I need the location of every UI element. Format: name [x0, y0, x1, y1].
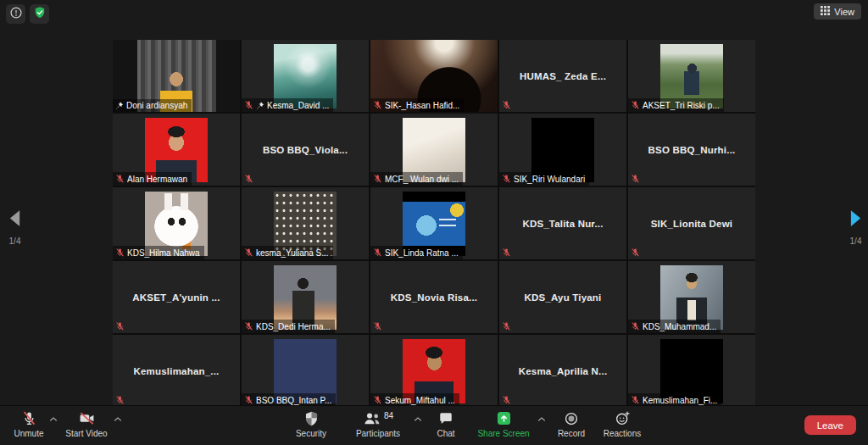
mic-muted-icon [115, 395, 125, 405]
participant-nameplate: SIK-_Hasan Hafid... [370, 98, 464, 112]
participant-nameplate: SIK_Linda Ratna ... [370, 246, 463, 259]
participant-tile[interactable]: KDS_Novia Risa... [370, 261, 498, 333]
participant-tile[interactable]: HUMAS_ Zeda E... [499, 40, 626, 112]
participant-tile[interactable]: KDS_Muhammad... [628, 261, 755, 333]
participant-nameplate [499, 98, 515, 112]
mic-muted-icon [244, 248, 253, 258]
participant-tile[interactable]: Kemuslimahan_Fi... [628, 335, 755, 407]
participant-tile[interactable]: Kesma_David ... [242, 40, 369, 112]
mic-muted-icon [502, 174, 511, 184]
share-screen-button[interactable]: Share Screen [473, 410, 534, 438]
participant-tile[interactable]: SIK_Riri Wulandari [499, 114, 626, 186]
participant-name: SIK_Linda Ratna ... [385, 248, 459, 258]
record-label: Record [558, 429, 585, 438]
participant-tile[interactable]: Sekum_Miftahul ... [370, 335, 498, 407]
record-icon [564, 411, 579, 428]
audio-options-caret[interactable] [49, 416, 58, 422]
previous-page-button[interactable]: 1/4 [8, 209, 21, 246]
participant-tile[interactable]: kesma_Yuliana S... [242, 187, 369, 259]
mic-muted-icon [115, 321, 125, 331]
participant-nameplate [499, 320, 515, 333]
participant-tile[interactable]: Kesma_Aprilia N... [499, 335, 626, 407]
chat-label: Chat [437, 429, 454, 438]
next-page-button[interactable]: 1/4 [849, 209, 862, 246]
participants-count-badge: 84 [384, 411, 393, 420]
meeting-info-button[interactable] [6, 4, 25, 24]
video-off-icon [78, 410, 96, 428]
encryption-button[interactable] [30, 4, 49, 24]
chevron-left-icon [8, 209, 21, 231]
participant-tile[interactable]: Alan Hermawan [113, 114, 240, 186]
start-video-label: Start Video [65, 429, 107, 438]
participant-tile[interactable]: BSO BBQ_Viola... [242, 114, 369, 186]
mic-muted-icon [373, 100, 382, 110]
participant-tile[interactable]: KDS_Dedi Herma... [242, 261, 369, 333]
participant-name-centered: Kemuslimahan_... [116, 335, 236, 407]
reactions-button[interactable]: Reactions [598, 410, 646, 438]
leave-button[interactable]: Leave [804, 415, 856, 435]
participant-name-centered: HUMAS_ Zeda E... [503, 40, 623, 112]
participant-nameplate [370, 320, 387, 333]
chat-bubble-icon [438, 411, 453, 428]
mic-muted-icon [244, 321, 253, 331]
share-options-caret[interactable] [537, 416, 546, 422]
participant-name: MCF_ Wulan dwi ... [385, 175, 459, 184]
participant-tile[interactable]: AKSET_A'yunin ... [113, 261, 240, 333]
participant-nameplate: Doni ardiansyah [113, 99, 192, 112]
mic-muted-icon [115, 174, 125, 184]
participant-name: Doni ardiansyah [126, 101, 187, 110]
chat-button[interactable]: Chat [427, 410, 465, 438]
participant-tile[interactable]: SIK_Linda Ratna ... [370, 187, 498, 259]
participants-button[interactable]: 84 Participants [348, 410, 409, 438]
record-button[interactable]: Record [551, 410, 592, 438]
participant-name-centered: SIK_Lionita Dewi [632, 187, 752, 259]
participant-nameplate [113, 320, 129, 333]
mic-muted-icon [244, 395, 253, 405]
video-options-caret[interactable] [114, 416, 122, 422]
participant-name: KDS_Muhammad... [643, 322, 716, 331]
security-button[interactable]: Security [288, 410, 334, 438]
participants-options-caret[interactable] [414, 416, 422, 422]
participant-name: BSO BBQ_Intan P... [256, 396, 331, 405]
participant-nameplate: AKSET_Tri Riski p... [628, 98, 724, 112]
participant-tile[interactable]: AKSET_Tri Riski p... [628, 40, 755, 112]
start-video-button[interactable]: Start Video [61, 410, 112, 438]
unmute-button[interactable]: Unmute [7, 410, 51, 438]
mic-muted-icon [373, 321, 382, 331]
participant-nameplate: SIK_Riri Wulandari [499, 172, 589, 186]
participant-name: SIK_Riri Wulandari [514, 175, 585, 184]
participant-tile[interactable]: SIK_Lionita Dewi [628, 187, 755, 259]
participant-name-centered: Kesma_Aprilia N... [503, 335, 623, 407]
participants-label: Participants [356, 429, 400, 438]
participant-tile[interactable]: Doni ardiansyah [113, 40, 240, 112]
participant-tile[interactable]: KDS_Ayu Tiyani [499, 261, 626, 333]
participant-name-centered: KDS_Ayu Tiyani [503, 261, 623, 333]
participant-nameplate: MCF_ Wulan dwi ... [370, 172, 463, 186]
pin-icon [115, 101, 124, 110]
participant-tile[interactable]: Kemuslimahan_... [113, 335, 240, 407]
participant-tile[interactable]: SIK-_Hasan Hafid... [370, 40, 498, 112]
mic-muted-icon [631, 395, 640, 405]
unmute-label: Unmute [14, 429, 43, 438]
participant-tile[interactable]: KDS_Hilma Nahwa [113, 187, 240, 259]
participant-name-centered: AKSET_A'yunin ... [116, 261, 236, 333]
participant-tile[interactable]: MCF_ Wulan dwi ... [370, 114, 498, 186]
participant-name: Alan Hermawan [127, 175, 187, 184]
participant-tile[interactable]: KDS_Talita Nur... [499, 187, 626, 259]
mic-muted-icon [373, 395, 382, 405]
participant-tile[interactable]: BSO BBQ_Nurhi... [628, 114, 755, 186]
mic-muted-icon [115, 248, 125, 258]
grid-view-icon [821, 6, 830, 17]
meeting-topbar-left [6, 4, 49, 24]
meeting-toolbar: Unmute Start Video Security 84 Participa… [0, 405, 868, 445]
mic-muted-icon [631, 321, 640, 331]
participant-name: Sekum_Miftahul ... [385, 396, 455, 405]
mic-muted-icon [502, 395, 511, 405]
mic-muted-icon [244, 100, 253, 110]
participant-nameplate: kesma_Yuliana S... [242, 246, 333, 259]
mic-muted-icon [502, 321, 511, 331]
participant-tile[interactable]: BSO BBQ_Intan P... [242, 335, 369, 407]
participant-nameplate [628, 172, 644, 186]
view-button[interactable]: View [814, 3, 861, 19]
page-indicator-right: 1/4 [850, 236, 862, 246]
